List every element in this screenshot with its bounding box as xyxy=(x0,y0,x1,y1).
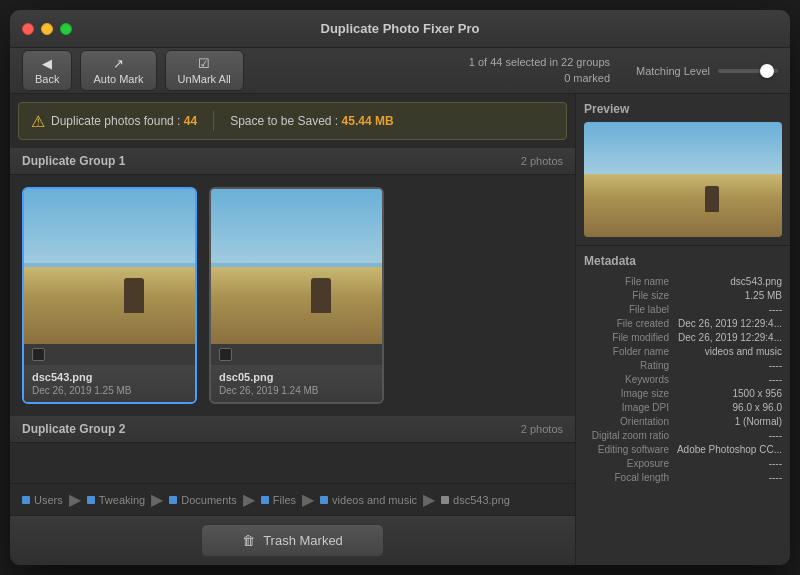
meta-value: ---- xyxy=(769,304,782,315)
meta-value: ---- xyxy=(769,374,782,385)
slider-thumb xyxy=(760,64,774,78)
photo-info-1: dsc543.png Dec 26, 2019 1.25 MB xyxy=(24,365,195,402)
back-button[interactable]: ◀ Back xyxy=(22,50,72,91)
info-divider xyxy=(213,111,214,131)
unmark-label: UnMark All xyxy=(178,73,231,85)
meta-value: Dec 26, 2019 12:29:4... xyxy=(678,332,782,343)
metadata-row: File modifiedDec 26, 2019 12:29:4... xyxy=(584,332,782,343)
breadcrumb-file[interactable]: dsc543.png xyxy=(441,494,510,506)
meta-value: 1 (Normal) xyxy=(735,416,782,427)
unmark-all-button[interactable]: ☑ UnMark All xyxy=(165,50,244,91)
group-2-title: Duplicate Group 2 xyxy=(22,422,125,436)
breadcrumb-sep-2: ▶ xyxy=(151,490,163,509)
photo-image-2 xyxy=(211,189,382,344)
metadata-row: Keywords---- xyxy=(584,374,782,385)
meta-key: Rating xyxy=(584,360,669,371)
breadcrumb-dot-videos xyxy=(320,496,328,504)
right-panel: Preview Metadata File namedsc543.pngFile… xyxy=(575,94,790,565)
app-window: Duplicate Photo Fixer Pro ◀ Back ↗ Auto … xyxy=(10,10,790,565)
metadata-row: Focal length---- xyxy=(584,472,782,483)
title-bar: Duplicate Photo Fixer Pro xyxy=(10,10,790,48)
meta-key: Orientation xyxy=(584,416,669,427)
meta-value: videos and music xyxy=(705,346,782,357)
meta-key: File modified xyxy=(584,332,669,343)
meta-key: Digital zoom ratio xyxy=(584,430,669,441)
metadata-section: Metadata File namedsc543.pngFile size1.2… xyxy=(576,246,790,565)
meta-value: dsc543.png xyxy=(730,276,782,287)
meta-value: Adobe Photoshop CC... xyxy=(677,444,782,455)
duplicate-info: ⚠ Duplicate photos found : 44 xyxy=(31,112,197,131)
selection-info-line2: 0 marked xyxy=(469,71,610,86)
group-1-header: Duplicate Group 1 2 photos xyxy=(10,148,575,175)
photo-checkbox-1[interactable] xyxy=(32,348,45,361)
metadata-row: Exposure---- xyxy=(584,458,782,469)
maximize-button[interactable] xyxy=(60,23,72,35)
metadata-row: Rating---- xyxy=(584,360,782,371)
figure-2 xyxy=(311,278,331,313)
breadcrumb-tweaking[interactable]: Tweaking xyxy=(87,494,145,506)
preview-image xyxy=(584,122,782,237)
photo-checkbox-2[interactable] xyxy=(219,348,232,361)
meta-value: ---- xyxy=(769,472,782,483)
breadcrumb-label-documents: Documents xyxy=(181,494,237,506)
metadata-row: Folder namevideos and music xyxy=(584,346,782,357)
sky-1 xyxy=(24,189,195,274)
meta-key: Focal length xyxy=(584,472,669,483)
breadcrumb-files[interactable]: Files xyxy=(261,494,296,506)
main-content: ⚠ Duplicate photos found : 44 Space to b… xyxy=(10,94,790,565)
breadcrumb-dot-tweaking xyxy=(87,496,95,504)
meta-key: File name xyxy=(584,276,669,287)
trash-marked-button[interactable]: 🗑 Trash Marked xyxy=(201,524,384,557)
rocks-1 xyxy=(24,267,195,345)
preview-section: Preview xyxy=(576,94,790,246)
window-title: Duplicate Photo Fixer Pro xyxy=(321,21,480,36)
meta-value: 96.0 x 96.0 xyxy=(733,402,782,413)
preview-label: Preview xyxy=(584,102,782,116)
meta-key: Folder name xyxy=(584,346,669,357)
matching-level-control: Matching Level xyxy=(636,65,778,77)
info-bar: ⚠ Duplicate photos found : 44 Space to b… xyxy=(18,102,567,140)
meta-key: Image size xyxy=(584,388,669,399)
selection-info-line1: 1 of 44 selected in 22 groups xyxy=(469,55,610,70)
auto-mark-button[interactable]: ↗ Auto Mark xyxy=(80,50,156,91)
metadata-row: File size1.25 MB xyxy=(584,290,782,301)
metadata-row: File label---- xyxy=(584,304,782,315)
meta-key: File label xyxy=(584,304,669,315)
breadcrumb-dot-files xyxy=(261,496,269,504)
meta-value: 1500 x 956 xyxy=(733,388,783,399)
photo-card-2[interactable]: dsc05.png Dec 26, 2019 1.24 MB xyxy=(209,187,384,404)
breadcrumb-dot-users xyxy=(22,496,30,504)
breadcrumb-sep-1: ▶ xyxy=(69,490,81,509)
trash-icon: 🗑 xyxy=(242,533,255,548)
metadata-row: File namedsc543.png xyxy=(584,276,782,287)
duplicate-count: 44 xyxy=(184,114,197,128)
matching-level-slider[interactable] xyxy=(718,69,778,73)
breadcrumb-videos[interactable]: videos and music xyxy=(320,494,417,506)
photo-name-1: dsc543.png xyxy=(32,371,187,383)
breadcrumb-users[interactable]: Users xyxy=(22,494,63,506)
metadata-rows: File namedsc543.pngFile size1.25 MBFile … xyxy=(584,276,782,483)
groups-scroll[interactable]: Duplicate Group 1 2 photos xyxy=(10,148,575,483)
photo-info-2: dsc05.png Dec 26, 2019 1.24 MB xyxy=(211,365,382,402)
breadcrumb-sep-3: ▶ xyxy=(243,490,255,509)
toolbar: ◀ Back ↗ Auto Mark ☑ UnMark All 1 of 44 … xyxy=(10,48,790,94)
sky-2 xyxy=(211,189,382,274)
matching-level-label: Matching Level xyxy=(636,65,710,77)
metadata-label: Metadata xyxy=(584,254,782,268)
photo-meta-2: Dec 26, 2019 1.24 MB xyxy=(219,385,374,396)
breadcrumb-documents[interactable]: Documents xyxy=(169,494,237,506)
warning-icon: ⚠ xyxy=(31,112,45,131)
close-button[interactable] xyxy=(22,23,34,35)
breadcrumb-sep-5: ▶ xyxy=(423,490,435,509)
back-label: Back xyxy=(35,73,59,85)
meta-value: ---- xyxy=(769,360,782,371)
meta-value: 1.25 MB xyxy=(745,290,782,301)
metadata-row: File createdDec 26, 2019 12:29:4... xyxy=(584,318,782,329)
space-value: 45.44 MB xyxy=(342,114,394,128)
group-2-count: 2 photos xyxy=(521,423,563,435)
photo-image-1 xyxy=(24,189,195,344)
photo-card-1[interactable]: dsc543.png Dec 26, 2019 1.25 MB xyxy=(22,187,197,404)
meta-key: Image DPI xyxy=(584,402,669,413)
breadcrumb-label-videos: videos and music xyxy=(332,494,417,506)
minimize-button[interactable] xyxy=(41,23,53,35)
